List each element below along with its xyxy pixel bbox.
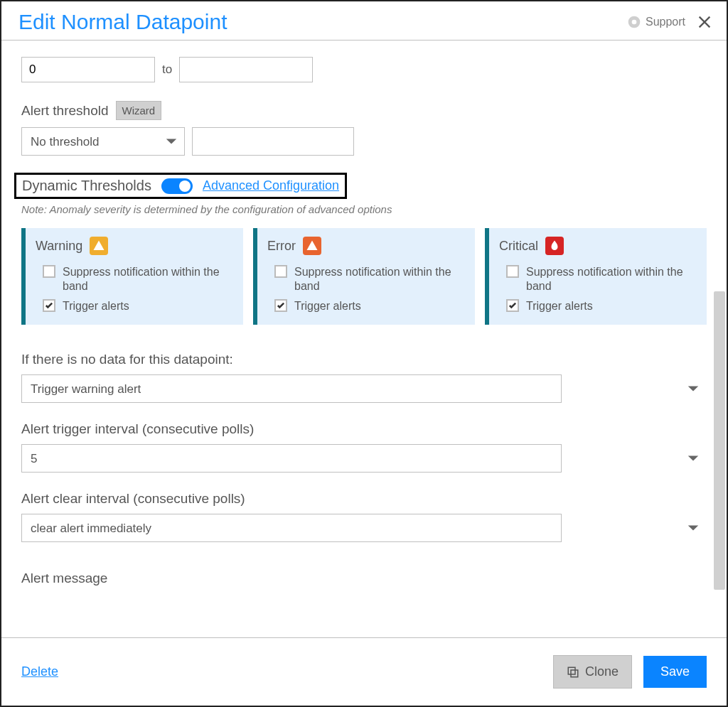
- clone-button[interactable]: Clone: [553, 655, 632, 689]
- support-icon: [627, 15, 641, 29]
- chevron-down-icon: [687, 524, 700, 532]
- delete-button[interactable]: Delete: [21, 664, 58, 679]
- dialog-header: Edit Normal Datapoint Support: [1, 1, 727, 41]
- range-to-label: to: [162, 63, 172, 77]
- error-card: Error Suppress notification within the b…: [253, 228, 475, 325]
- dynamic-note: Note: Anomaly severity is determined by …: [21, 203, 707, 215]
- chevron-down-icon: [687, 454, 700, 463]
- severity-cards: Warning Suppress notification within the…: [21, 228, 707, 325]
- critical-icon: [545, 237, 564, 255]
- error-suppress-checkbox[interactable]: [274, 265, 287, 278]
- clone-label: Clone: [585, 664, 619, 679]
- critical-suppress-checkbox[interactable]: [506, 265, 519, 278]
- error-suppress-label: Suppress notification within the band: [294, 265, 465, 293]
- scrollbar[interactable]: [714, 291, 725, 590]
- critical-trigger-label: Trigger alerts: [526, 299, 593, 313]
- clear-interval-select[interactable]: clear alert immediately: [21, 514, 562, 542]
- wizard-button[interactable]: Wizard: [116, 101, 162, 120]
- range-from-input[interactable]: [21, 57, 155, 82]
- alert-threshold-row: No threshold: [21, 127, 707, 156]
- clear-interval-label: Alert clear interval (consecutive polls): [21, 491, 707, 507]
- no-data-field: If there is no data for this datapoint: …: [21, 352, 707, 403]
- threshold-expression-input[interactable]: [192, 127, 354, 156]
- svg-rect-3: [571, 670, 578, 677]
- warning-card-title: Warning: [36, 239, 82, 254]
- dynamic-thresholds-toggle[interactable]: [161, 178, 193, 194]
- warning-icon: [90, 237, 108, 255]
- warning-suppress-checkbox[interactable]: [43, 265, 55, 278]
- critical-card-title: Critical: [499, 239, 538, 254]
- svg-rect-2: [568, 667, 575, 674]
- threshold-select-wrap: No threshold: [21, 127, 185, 156]
- close-icon: [697, 14, 712, 30]
- dialog-footer: Delete Clone Save: [1, 637, 727, 706]
- trigger-interval-field: Alert trigger interval (consecutive poll…: [21, 421, 707, 473]
- error-trigger-label: Trigger alerts: [294, 299, 361, 313]
- edit-datapoint-dialog: Edit Normal Datapoint Support to Alert t…: [0, 0, 728, 707]
- support-link[interactable]: Support: [627, 15, 685, 29]
- dynamic-thresholds-row: Dynamic Thresholds Advanced Configuratio…: [14, 173, 347, 199]
- valid-range-row: to: [21, 57, 707, 82]
- alert-threshold-label-row: Alert threshold Wizard: [21, 101, 707, 120]
- advanced-config-link[interactable]: Advanced Configuration: [203, 178, 339, 193]
- warning-card: Warning Suppress notification within the…: [21, 228, 243, 325]
- svg-point-1: [632, 20, 637, 25]
- trigger-interval-select[interactable]: 5: [21, 444, 562, 473]
- page-title: Edit Normal Datapoint: [18, 10, 627, 34]
- error-trigger-checkbox[interactable]: [274, 299, 287, 312]
- warning-trigger-label: Trigger alerts: [63, 299, 129, 313]
- warning-trigger-checkbox[interactable]: [43, 299, 55, 312]
- clear-interval-field: Alert clear interval (consecutive polls)…: [21, 491, 707, 542]
- alert-threshold-label: Alert threshold: [21, 103, 109, 119]
- error-icon: [303, 237, 321, 255]
- support-label: Support: [646, 16, 685, 28]
- save-button[interactable]: Save: [643, 656, 707, 688]
- chevron-down-icon: [687, 384, 700, 393]
- critical-suppress-label: Suppress notification within the band: [526, 265, 697, 293]
- warning-suppress-label: Suppress notification within the band: [63, 265, 233, 293]
- no-data-select[interactable]: Trigger warning alert: [21, 374, 562, 403]
- critical-card: Critical Suppress notification within th…: [485, 228, 707, 325]
- range-to-input[interactable]: [179, 57, 313, 82]
- error-card-title: Error: [267, 239, 296, 254]
- no-data-label: If there is no data for this datapoint:: [21, 352, 707, 367]
- alert-message-label: Alert message: [21, 571, 707, 586]
- dynamic-thresholds-label: Dynamic Thresholds: [22, 178, 151, 194]
- critical-trigger-checkbox[interactable]: [506, 299, 519, 312]
- close-button[interactable]: [697, 14, 712, 30]
- dialog-body: to Alert threshold Wizard No threshold D…: [1, 44, 727, 637]
- clone-icon: [567, 666, 579, 679]
- trigger-interval-label: Alert trigger interval (consecutive poll…: [21, 421, 707, 437]
- threshold-select[interactable]: No threshold: [21, 127, 185, 156]
